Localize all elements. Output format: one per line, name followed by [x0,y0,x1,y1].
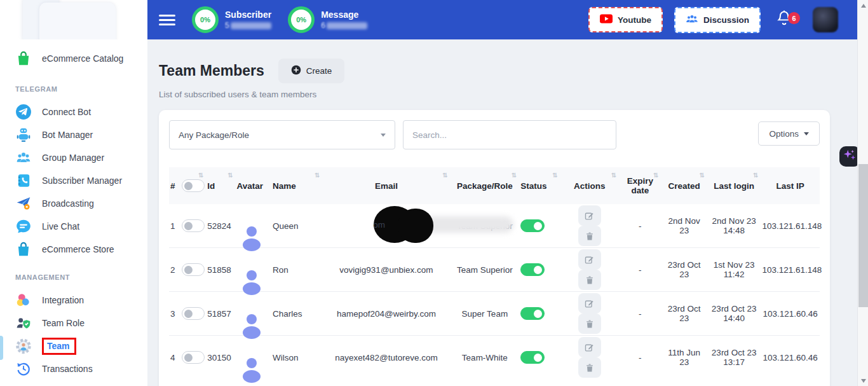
sidebar-item-connect-bot[interactable]: Connect Bot [0,100,147,123]
notification-bell[interactable]: 6 [776,10,792,30]
member-expiry-date: - [619,292,661,336]
sidebar-item-label: Team Role [42,318,85,328]
vertical-scrollbar[interactable] [857,0,868,386]
sidebar-item-group-manager[interactable]: Group Manager [0,146,147,169]
delete-button[interactable] [578,270,601,290]
column-header-id[interactable]: Id⇅ [206,167,235,204]
user-avatar[interactable] [813,7,838,32]
options-button[interactable]: Options [758,121,820,146]
column-header-package-role[interactable]: Package/Role⇅ [451,167,520,204]
member-last-ip: 103.121.60.46 [761,292,820,336]
package-role-select[interactable]: Any Package/Role [169,120,395,149]
shopping-bag-icon [15,50,32,67]
member-last-ip: 103.121.61.148 [761,248,820,292]
app-logo-blurred [0,0,147,39]
sidebar-section-management: MANAGEMENT [0,261,147,289]
sidebar-item-subscriber-manager[interactable]: Subscriber Manager [0,169,147,192]
sidebar-item-label: Subscriber Manager [42,176,122,186]
column-header-created[interactable]: Created⇅ [661,167,707,204]
sort-icon[interactable]: ⇅ [442,172,447,179]
team-members-table: # ⇅ Id⇅ Avatar Name⇅ Email⇅ Package/Role… [169,167,820,379]
column-header-name[interactable]: Name⇅ [271,167,322,204]
column-header-index[interactable]: # ⇅ [169,167,206,204]
row-select-toggle[interactable] [182,307,205,320]
sidebar-section-telegram: TELEGRAM [0,72,147,100]
message-progress-ring: 0% [288,6,315,33]
discussion-button-label: Discussion [703,15,749,25]
status-toggle[interactable] [520,307,545,320]
sort-icon[interactable]: ⇅ [611,172,616,179]
package-role-selected-value: Any Package/Role [179,130,249,140]
edit-button[interactable] [578,249,601,270]
users-icon [15,149,32,166]
table-row: 1 52824 Queen om Team Superior - 2nd Nov… [169,204,820,248]
row-select-toggle[interactable] [182,219,205,232]
sort-icon[interactable]: ⇅ [753,172,758,179]
sidebar-item-ecommerce-catalog[interactable]: eCommerce Catalog [0,45,147,72]
sort-icon[interactable]: ⇅ [227,172,233,179]
hamburger-menu-icon[interactable] [159,12,175,28]
member-package-role: Team-White [451,336,520,380]
sidebar-item-label: Group Manager [42,153,104,163]
sidebar-item-live-chat[interactable]: Live Chat [0,215,147,238]
create-button[interactable]: Create [278,59,345,83]
sidebar-item-label: Live Chat [42,221,79,231]
table-row: 2 51858 Ron vovigig931@unbiex.com Team S… [169,248,820,292]
edit-button[interactable] [578,293,601,314]
column-header-status[interactable]: Status⇅ [519,167,560,204]
sidebar-item-label: Broadcasting [42,198,94,209]
member-id: 51857 [206,292,235,336]
contact-book-icon [15,172,32,189]
member-id: 30150 [206,336,235,380]
ai-sparkle-button[interactable] [839,146,859,167]
member-last-login: 1st Nov 23 11:42 [707,248,761,292]
sidebar-item-ecommerce-store[interactable]: eCommerce Store [0,238,147,261]
sort-icon[interactable]: ⇅ [653,172,658,179]
integration-circles-icon [15,292,32,308]
message-stat: 0% Message 6 [288,6,367,33]
edit-button[interactable] [578,337,601,357]
table-row: 4 30150 Wilson nayexet482@tutoreve.com T… [169,336,820,380]
row-select-toggle[interactable] [182,351,205,364]
sidebar-item-team[interactable]: Team [0,334,147,357]
column-header-email[interactable]: Email⇅ [322,167,450,204]
column-header-actions[interactable]: Actions⇅ [560,167,620,204]
scrollbar-up-arrow[interactable] [858,0,868,11]
sort-icon[interactable]: ⇅ [552,172,557,179]
select-all-toggle[interactable] [182,179,205,192]
discussion-button[interactable]: Discussion [674,7,761,33]
sort-icon[interactable]: ⇅ [198,172,203,179]
sidebar-item-transactions[interactable]: Transactions [0,357,147,380]
sidebar-item-label: Connect Bot [42,107,91,117]
column-header-last-login[interactable]: Last login⇅ [707,167,761,204]
scrollbar-down-arrow[interactable] [858,375,868,386]
column-header-expiry-date[interactable]: Expiry date⇅ [619,167,661,204]
subscriber-progress-ring: 0% [192,6,219,33]
edit-button[interactable] [578,205,601,226]
sort-icon[interactable]: ⇅ [700,172,705,179]
sort-icon[interactable]: ⇅ [512,172,517,179]
robot-icon [15,127,32,143]
sort-icon[interactable]: ⇅ [315,172,320,179]
sidebar-item-integration[interactable]: Integration [0,289,147,312]
sidebar-item-broadcasting[interactable]: Broadcasting [0,192,147,215]
delete-button[interactable] [578,357,601,378]
row-select-toggle[interactable] [182,263,205,276]
youtube-button[interactable]: Youtube [588,7,663,32]
search-input[interactable] [403,120,616,149]
scrollbar-thumb[interactable] [858,164,868,307]
main-content: Team Members Create List of subscribed u… [147,39,857,386]
chevron-down-icon [804,132,809,135]
delete-button[interactable] [578,314,601,334]
status-toggle[interactable] [520,219,545,232]
delete-button[interactable] [578,226,601,246]
status-toggle[interactable] [520,263,545,276]
sidebar-item-bot-manager[interactable]: Bot Manager [0,123,147,146]
member-email: hamepof204@weirby.com [322,292,450,336]
status-toggle[interactable] [520,351,545,364]
column-header-last-ip: Last IP [761,167,820,204]
sidebar-item-team-role[interactable]: Team Role [0,312,147,334]
sparkles-icon [843,148,857,165]
message-stat-value-blurred: 6 [321,21,367,30]
member-expiry-date: - [619,204,661,248]
